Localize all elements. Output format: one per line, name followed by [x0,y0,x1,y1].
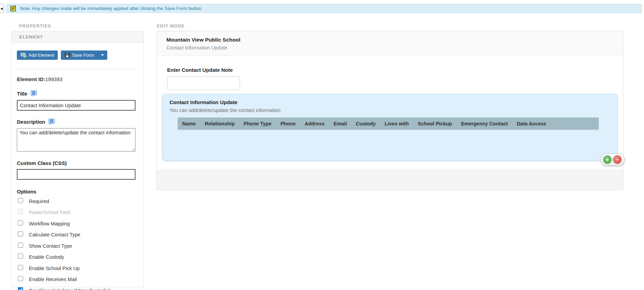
globe-bubble-icon[interactable] [30,90,37,97]
contact-update-note-input[interactable] [167,76,240,90]
option-label: Calculate Contact Type [29,231,80,239]
contact-table-header: Name Relationship Phone Type Phone Addre… [178,118,599,130]
column-header-school-pickup: School Pickup [413,121,457,126]
column-header-name: Name [178,121,200,126]
column-header-email: Email [329,121,351,126]
save-form-label: Save Form [72,53,94,58]
column-header-custody: Custody [351,121,380,126]
column-header-lives-with: Lives with [380,121,413,126]
option-label: Enable Receives Mail [29,276,77,283]
form-body: Enter Contact Update Note Contact Inform… [157,56,623,160]
custom-class-label: Custom Class (CSS) [17,160,137,166]
option-row-show-contact-type: Show Contact Type [17,242,137,250]
option-checkbox[interactable] [18,287,23,290]
column-header-phone: Phone [276,121,300,126]
option-label: Conditional Update of Non-Custodial Cont… [29,287,116,290]
contact-block-subtitle: You can add/delete/update the contact in… [170,108,610,113]
floppy-disk-icon [65,53,70,58]
contact-update-note-label: Enter Contact Update Note [167,67,618,73]
column-header-data-access: Data Access [512,121,551,126]
form-header: Mountain View Public School Contact Info… [157,31,623,56]
note-bar: Note: Any changes made will be immediate… [6,4,642,13]
option-checkbox[interactable] [18,243,23,248]
element-panel-header: ELEMENT [12,31,143,43]
collapse-arrow-icon: ◀ [0,7,3,10]
contact-information-block[interactable]: Contact Information Update You can add/d… [162,94,618,160]
option-row-enable-custody: Enable Custody [17,253,137,261]
element-properties-panel: ELEMENT Add Element [11,31,144,287]
option-row-enable-school-pick-up: Enable School Pick Up [17,265,137,272]
save-form-dropdown-button[interactable] [98,51,107,60]
note-icon [10,5,17,12]
element-id-value: 199393 [45,76,63,82]
description-label-row: Description [17,118,137,125]
properties-section-label: PROPERTIES [19,23,51,29]
form-title: Contact Information Update [166,45,613,51]
form-add-icon [21,53,26,58]
sidebar-collapse-button[interactable]: ◀ [0,4,4,13]
add-element-label: Add Element [29,53,54,58]
element-id-row: Element ID:199393 [17,76,137,82]
option-checkbox[interactable] [18,220,23,225]
title-label: Title [17,91,28,97]
option-label: PowerSchool Field [29,209,70,216]
title-label-row: Title [17,90,137,97]
option-row-workflow-mapping: Workflow Mapping [17,220,137,228]
globe-bubble-icon[interactable] [48,118,55,125]
option-row-powerschool-field: PowerSchool Field [17,209,137,216]
title-input[interactable] [17,100,135,111]
option-checkbox[interactable] [18,198,23,203]
description-label: Description [17,119,45,125]
minus-circle-icon[interactable]: − [613,155,622,164]
option-label: Show Contact Type [29,242,72,250]
options-label: Options [17,189,137,194]
column-header-emergency-contact: Emergency Contact [457,121,512,126]
custom-class-input[interactable] [17,169,135,180]
save-form-split-button: Save Form [61,51,107,60]
form-footer [157,170,623,190]
column-header-relationship: Relationship [200,121,239,126]
option-label: Enable Custody [29,253,64,261]
caret-down-icon [101,54,104,56]
toolbar-divider [17,69,137,69]
option-checkbox[interactable] [18,254,23,259]
option-row-enable-receives-mail: Enable Receives Mail [17,276,137,283]
edit-mode-section-label: EDIT MODE [157,23,185,29]
contact-block-title: Contact Information Update [170,99,610,105]
column-header-phone-type: Phone Type [239,121,276,126]
save-form-button[interactable]: Save Form [61,51,98,60]
option-checkbox[interactable] [18,276,23,281]
option-checkbox[interactable] [18,265,23,270]
option-row-required: Required [17,198,137,205]
plus-circle-icon[interactable]: + [603,155,612,164]
element-id-label: Element ID: [17,76,45,82]
option-row-conditional-update: Conditional Update of Non-Custodial Cont… [17,287,137,290]
option-checkbox [18,209,23,214]
option-row-calculate-contact-type: Calculate Contact Type [17,231,137,239]
option-checkbox[interactable] [18,231,23,236]
add-element-button[interactable]: Add Element [17,51,58,60]
row-action-buttons: + − [600,154,624,166]
option-label: Enable School Pick Up [29,265,80,272]
edit-mode-card: Mountain View Public School Contact Info… [156,31,623,190]
note-text: Note: Any changes made will be immediate… [20,6,203,11]
option-label: Required [29,198,49,205]
column-header-address: Address [300,121,329,126]
option-label: Workflow Mapping [29,220,70,228]
school-name: Mountain View Public School [166,37,613,43]
description-textarea[interactable]: You can add/delete/update the contact in… [17,128,135,152]
